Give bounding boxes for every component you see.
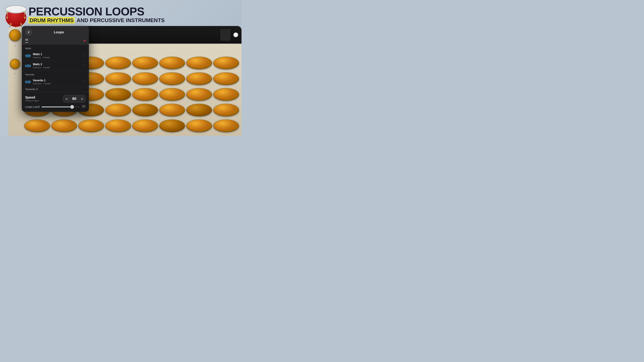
waveform-icon-waltz-2: [25, 63, 30, 68]
waltz-1-text: Waltz 1 Classics · 3 beats: [33, 53, 82, 59]
slider-fill: [42, 107, 72, 107]
modal-title: Loops: [32, 30, 86, 34]
section-waltz: Waltz: [22, 45, 89, 51]
waltz-2-sub: Classics · 3 beats: [33, 66, 82, 69]
list-item-vanerao-2[interactable]: Vanerão 2: [22, 87, 89, 92]
favorites-heart[interactable]: ♥: [84, 39, 86, 42]
svg-rect-50: [83, 105, 84, 106]
speed-control: ◀ 80 ▶: [63, 95, 86, 103]
loops-modal: Loops All ♥ Waltz: [22, 26, 89, 112]
waltz-1-name: Waltz 1: [33, 53, 82, 56]
svg-rect-47: [82, 106, 83, 106]
tab-all[interactable]: All: [25, 38, 28, 43]
modal-overlay: Loops All ♥ Waltz: [0, 0, 242, 136]
waltz-1-sub: Classics · 3 beats: [33, 56, 82, 59]
modal-bottom: Speed Tempo in bpm ◀ 80 ▶ Loops Level: [22, 92, 89, 112]
speed-sub-label: Tempo in bpm: [25, 99, 63, 102]
speed-decrement-button[interactable]: ◀: [63, 95, 69, 102]
back-button[interactable]: [25, 29, 32, 36]
speed-row: Speed Tempo in bpm ◀ 80 ▶: [25, 95, 86, 103]
vanerao-1-heart[interactable]: ♡: [82, 80, 86, 84]
speed-value-display: 80: [69, 96, 79, 101]
svg-rect-53: [84, 106, 85, 107]
vanerao-1-text: Vanerão 1 Gaúchos · 2 beats: [33, 79, 82, 85]
speed-main-label: Speed: [25, 95, 63, 99]
loops-level-row: Loops Level: [25, 105, 86, 109]
waltz-1-heart[interactable]: ♡: [82, 54, 86, 58]
loops-level-label: Loops Level: [25, 105, 40, 108]
vanerao-2-name: Vanerão 2: [25, 88, 86, 91]
waveform-icon-waltz-1: [25, 53, 30, 58]
waltz-2-heart[interactable]: ♡: [82, 64, 86, 68]
slider-thumb[interactable]: [70, 105, 74, 109]
waveform-icon-vanerao-1: [25, 79, 30, 85]
modal-header: Loops: [22, 26, 89, 38]
vanerao-1-name: Vanerão 1: [33, 79, 82, 82]
modal-tabs-row: All ♥: [22, 38, 89, 45]
slider-track: [42, 107, 80, 107]
loops-level-slider[interactable]: [42, 105, 80, 109]
vanerao-2-text: Vanerão 2: [25, 88, 86, 91]
waltz-2-name: Waltz 2: [33, 63, 82, 66]
list-item-waltz-2[interactable]: Waltz 2 Classics · 3 beats ♡: [22, 61, 89, 71]
list-item-vanerao-1[interactable]: Vanerão 1 Gaúchos · 2 beats ♡: [22, 77, 89, 87]
speed-label: Speed Tempo in bpm: [25, 95, 63, 102]
section-vanerao: Vanerão: [22, 71, 89, 77]
list-item-waltz-1[interactable]: Waltz 1 Classics · 3 beats ♡: [22, 51, 89, 61]
waltz-2-text: Waltz 2 Classics · 3 beats: [33, 63, 82, 69]
vanerao-1-sub: Gaúchos · 2 beats: [33, 82, 82, 85]
eq-icon[interactable]: [82, 105, 86, 109]
loops-list: Waltz Waltz 1 Classics ·: [22, 45, 89, 92]
speed-increment-button[interactable]: ▶: [79, 95, 85, 102]
